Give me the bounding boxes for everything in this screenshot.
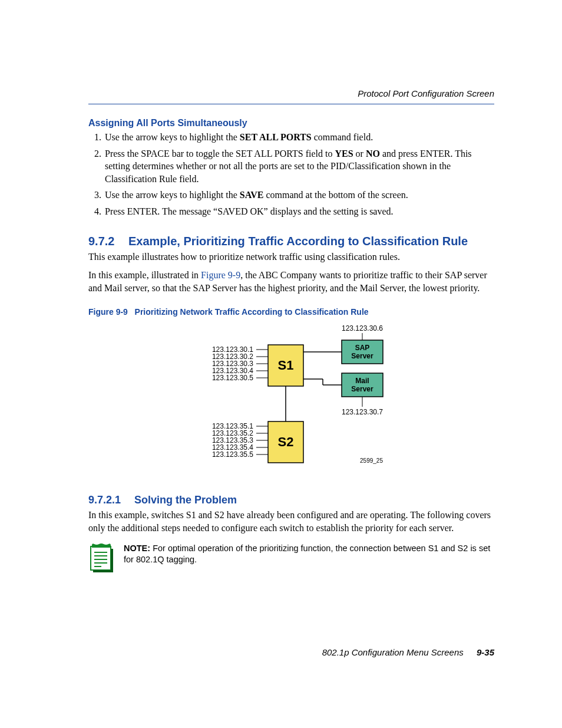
step-4-text: Press ENTER. The message “SAVED OK” disp…	[105, 206, 394, 216]
ip-top: 123.123.30.6	[341, 324, 382, 332]
step-3-text-a: Use the arrow keys to highlight the	[105, 190, 240, 200]
figure-ref-9-9[interactable]: Figure 9-9	[201, 270, 240, 280]
sap-label-1: SAP	[355, 344, 369, 352]
heading-assigning-all-ports: Assigning All Ports Simultaneously	[88, 118, 494, 129]
step-1-bold: SET ALL PORTS	[240, 132, 312, 142]
s1-label: S1	[277, 358, 293, 373]
header-rule	[88, 104, 494, 104]
note-block: NOTE: For optimal operation of the prior…	[88, 543, 494, 572]
s2-ip-5: 123.123.35.5	[211, 450, 253, 459]
step-4: Press ENTER. The message “SAVED OK” disp…	[104, 205, 494, 218]
mail-label-1: Mail	[355, 377, 369, 385]
step-2: Press the SPACE bar to toggle the SET AL…	[104, 147, 494, 186]
note-body: For optimal operation of the prioritizin…	[124, 543, 490, 565]
step-3: Use the arrow keys to highlight the SAVE…	[104, 189, 494, 202]
note-label: NOTE:	[124, 543, 150, 553]
heading-9-7-2: 9.7.2Example, Prioritizing Traffic Accor…	[88, 235, 494, 248]
step-3-bold: SAVE	[240, 190, 264, 200]
page-number: 9-35	[477, 647, 494, 657]
heading-9-7-2-title: Example, Prioritizing Traffic According …	[128, 235, 468, 248]
sap-label-2: Server	[351, 352, 373, 360]
note-text: NOTE: For optimal operation of the prior…	[124, 543, 494, 566]
para-972-1: This example illustrates how to prioriti…	[88, 251, 494, 263]
mail-label-2: Server	[351, 385, 373, 393]
figure-caption-title: Prioritizing Network Traffic According t…	[135, 307, 369, 317]
step-2-bold-yes: YES	[335, 149, 353, 159]
footer-title: 802.1p Configuration Menu Screens	[322, 647, 464, 657]
step-1-text-c: command field.	[312, 132, 373, 142]
svg-rect-27	[111, 549, 113, 571]
s1-ip-5: 123.123.30.5	[211, 374, 253, 382]
note-icon	[88, 543, 114, 572]
svg-rect-28	[93, 570, 113, 572]
running-header: Protocol Port Configuration Screen	[358, 88, 494, 98]
s2-label: S2	[277, 434, 293, 449]
heading-9-7-2-1-title: Solving the Problem	[134, 494, 237, 506]
para-972-2: In this example, illustrated in Figure 9…	[88, 269, 494, 294]
step-2-text-a: Press the SPACE bar to toggle the SET AL…	[105, 149, 335, 159]
heading-9-7-2-1-num: 9.7.2.1	[88, 494, 134, 506]
figure-caption: Figure 9-9 Prioritizing Network Traffic …	[88, 307, 494, 317]
step-1: Use the arrow keys to highlight the SET …	[104, 131, 494, 144]
steps-list: Use the arrow keys to highlight the SET …	[88, 131, 494, 218]
heading-9-7-2-1: 9.7.2.1Solving the Problem	[88, 494, 494, 506]
heading-9-7-2-num: 9.7.2	[88, 235, 128, 248]
step-2-bold-no: NO	[366, 149, 380, 159]
para-9721-1: In this example, switches S1 and S2 have…	[88, 509, 494, 534]
figure-caption-num: Figure 9-9	[88, 307, 128, 317]
step-3-text-c: command at the bottom of the screen.	[263, 190, 408, 200]
step-2-text-c: or	[353, 149, 366, 159]
figure-9-9-diagram: S1 123.123.30.1 123.123.30.2 123.123.30.…	[88, 321, 494, 477]
step-1-text-a: Use the arrow keys to highlight the	[105, 132, 240, 142]
para-972-2a: In this example, illustrated in	[88, 270, 201, 280]
ip-bottom: 123.123.30.7	[341, 408, 382, 416]
artwork-id: 2599_25	[360, 457, 383, 464]
page-footer: 802.1p Configuration Menu Screens 9-35	[322, 647, 494, 657]
